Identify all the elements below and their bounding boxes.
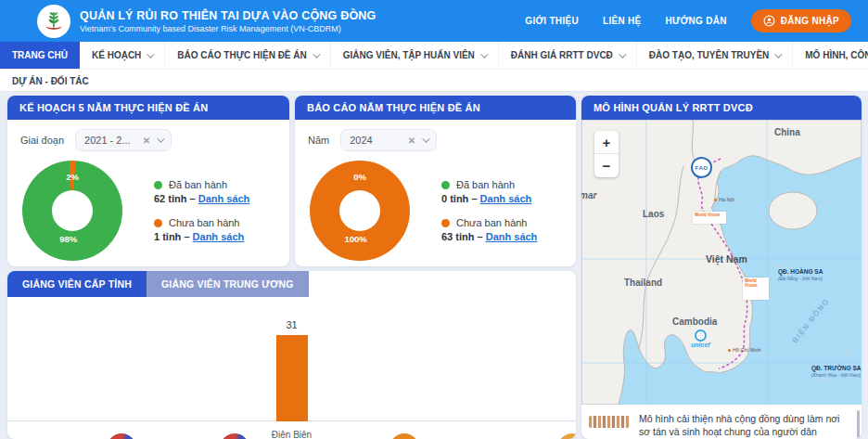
nav-label: BÁO CÁO THỰC HIỆN ĐỀ ÁN [177,50,306,60]
label-cambodia: Cambodia [672,316,717,327]
donut-hole [339,190,380,231]
legend-item-not-issued: Chưa ban hành 1 tỉnh – Danh sách [154,217,249,242]
bar-value-label: 31 [286,319,297,330]
login-button[interactable]: ĐĂNG NHẬP [751,9,851,32]
app-subtitle: Vietnam's Community based Disaster Risk … [80,24,376,33]
nav-label: TRANG CHỦ [12,50,68,60]
link-huong-dan[interactable]: HƯỚNG DẪN [666,16,727,26]
year-filter-label: Năm [308,135,329,146]
nav-giang-vien[interactable]: GIẢNG VIÊN, TẬP HUẤN VIÊN [331,42,499,69]
clear-icon[interactable]: ✕ [143,136,150,146]
city-marker [714,199,717,201]
plan-legend: Đã ban hành 62 tỉnh – Danh sách Chưa ban… [154,179,249,242]
partner-logo [589,416,630,428]
plan-filter-label: Giai đoạn [20,135,64,146]
chevron-down-icon [480,50,488,58]
report-card-title: BÁO CÁO NĂM THỰC HIỆN ĐỀ ÁN [295,96,576,120]
bar[interactable] [276,335,308,421]
ministry-logo [37,5,70,38]
legend-label: Đã ban hành [169,179,227,190]
login-label: ĐĂNG NHẬP [781,16,839,26]
danh-sach-link[interactable]: Danh sách [480,193,532,204]
app-header: QUẢN LÝ RỦI RO THIÊN TAI DỰA VÀO CỘNG ĐỒ… [0,0,868,42]
trainer-tabs: GIẢNG VIÊN CẤP TỈNH GIẢNG VIÊN TRUNG ƯƠN… [7,271,576,297]
model-map-card: MÔ HÌNH QUẢN LÝ RRTT DVCĐ + − China mar … [581,96,862,439]
donut-top-label: 0% [353,172,366,182]
annual-report-card: BÁO CÁO NĂM THỰC HIỆN ĐỀ ÁN Năm 2024 ✕ 0… [295,96,576,266]
chevron-down-icon [157,135,164,142]
legend-count: 63 tỉnh [441,231,474,242]
model-item[interactable]: Mô hình cải thiện nhà cộng đồng dùng làm… [639,412,852,438]
legend-sep: – [471,193,477,204]
model-list: Mô hình cải thiện nhà cộng đồng dùng làm… [581,405,862,439]
nav-label: ĐÁNH GIÁ RRTT DVCĐ [511,50,613,60]
nav-label: KẾ HOẠCH [92,50,141,60]
tab-giang-vien-cap-tinh[interactable]: GIẢNG VIÊN CẤP TỈNH [7,271,147,297]
legend-dot-orange [441,219,450,227]
legend-count: 0 tỉnh [441,193,468,204]
chevron-down-icon [147,50,155,58]
world-vision-watermark: World Vision [743,278,769,300]
unicef-logo: unicef [691,329,710,348]
donut-hole [52,190,93,231]
link-gioi-thieu[interactable]: GIỚI THIỆU [525,16,579,26]
city-marker [728,349,731,352]
label-vietnam: Việt Nam [706,253,747,265]
list-scrollbar[interactable] [857,410,860,438]
label-thailand: Thailand [624,278,662,288]
user-icon [763,15,775,27]
legend-dot-green [441,181,450,189]
nav-bao-cao[interactable]: BÁO CÁO THỰC HIỆN ĐỀ ÁN [165,42,330,69]
nav-du-an-doi-tac[interactable]: DỰ ÁN - ĐỐI TÁC [0,70,101,92]
legend-sep: – [184,231,189,242]
chevron-down-icon [774,50,782,58]
danh-sach-link[interactable]: Danh sách [198,193,250,204]
nav-trang-chu[interactable]: TRANG CHỦ [0,42,80,69]
danh-sach-link[interactable]: Danh sách [486,231,538,242]
clear-icon[interactable]: ✕ [408,136,415,146]
nav-label: MÔ HÌNH, CÔNG TRÌNH PCTT [805,50,868,60]
legend-sep: – [478,231,483,242]
trainer-bar-chart[interactable]: 31 Điện Biên [7,308,576,439]
fao-logo: FAO [691,157,712,178]
legend-label: Chưa ban hành [456,217,527,228]
donut-bottom-label: 100% [345,234,367,244]
danh-sach-link[interactable]: Danh sách [193,231,245,242]
chevron-down-icon [313,50,320,58]
nav-dao-tao[interactable]: ĐÀO TẠO, TUYÊN TRUYỀN [637,42,793,69]
tab-giang-vien-trung-uong[interactable]: GIẢNG VIÊN TRUNG ƯƠNG [147,271,309,297]
legend-sep: – [190,193,196,204]
label-myanmar-partial: mar [581,190,596,200]
legend-item-not-issued: Chưa ban hành 63 tỉnh – Danh sách [441,217,537,242]
period-select[interactable]: 2021 - 2... ✕ [75,129,172,151]
label-hoang-sa: QĐ. HOÀNG SA (Đà Nẵng - Việt Nam) [778,268,823,281]
nav-mo-hinh[interactable]: MÔ HÌNH, CÔNG TRÌNH PCTT [793,42,868,69]
legend-dot-orange [154,219,162,227]
nav-label: ĐÀO TẠO, TUYÊN TRUYỀN [649,50,769,60]
report-donut-chart[interactable]: 0% 100% [310,161,410,261]
world-vision-watermark: World Vision [693,212,726,224]
nav-label: GIẢNG VIÊN, TẬP HUẤN VIÊN [343,50,475,60]
bar-category-label: Điện Biên [272,430,312,439]
zoom-in-button[interactable]: + [594,131,619,154]
legend-dot-green [154,181,162,189]
nav-label: DỰ ÁN - ĐỐI TÁC [12,76,89,86]
legend-item-issued: Đã ban hành 0 tỉnh – Danh sách [441,179,537,204]
brand-block: QUẢN LÝ RỦI RO THIÊN TAI DỰA VÀO CỘNG ĐỒ… [80,9,376,33]
map-zoom-control: + − [594,131,619,177]
year-select-value: 2024 [350,135,402,146]
link-lien-he[interactable]: LIÊN HỆ [603,16,642,26]
nav-danh-gia[interactable]: ĐÁNH GIÁ RRTT DVCĐ [499,42,637,69]
label-truong-sa: QĐ. TRƯỜNG SA (Khánh Hòa - Việt Nam) [811,365,862,378]
legend-item-issued: Đã ban hành 62 tỉnh – Danh sách [154,179,249,204]
label-hanoi: Hà Nội [714,197,734,202]
label-hoang-sa-sub: (Đà Nẵng - Việt Nam) [778,276,823,281]
year-select[interactable]: 2024 ✕ [340,129,437,151]
map-canvas[interactable]: + − China mar Laos Thailand Cambodia Việ… [581,120,862,405]
legend-count: 1 tỉnh [154,231,181,242]
label-china: China [774,127,800,137]
zoom-out-button[interactable]: − [594,154,619,177]
plan-donut-chart[interactable]: 2% 98% [22,161,122,261]
plan-5-year-card: KẾ HOẠCH 5 NĂM THỰC HIỆN ĐỀ ÁN Giai đoạn… [7,96,289,266]
nav-ke-hoach[interactable]: KẾ HOẠCH [80,42,165,69]
